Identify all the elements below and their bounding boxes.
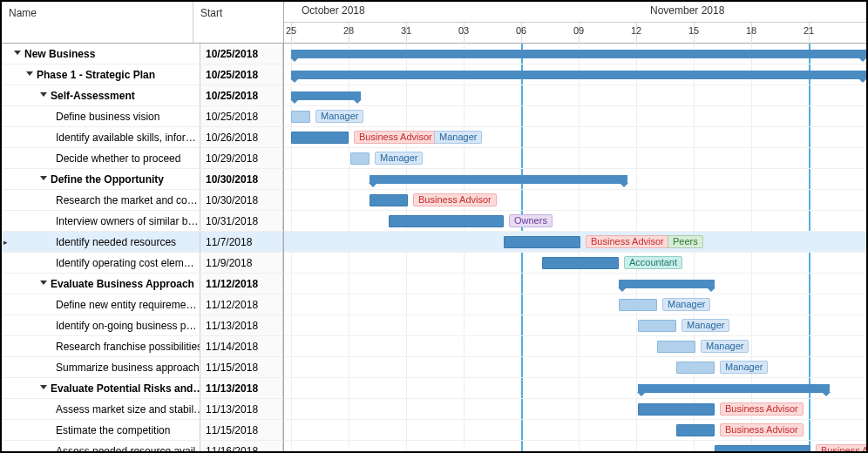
task-start-cell[interactable]: 11/13/2018 xyxy=(200,399,283,419)
gantt-row[interactable]: Business Advisor xyxy=(284,399,866,420)
gantt-row[interactable]: Business AdvisorManager xyxy=(284,127,866,148)
task-start-cell[interactable]: 10/25/2018 xyxy=(200,44,283,64)
task-start-cell[interactable]: 11/7/2018 xyxy=(200,232,283,252)
task-name-cell[interactable]: Define business vision xyxy=(9,106,200,126)
gantt-row[interactable] xyxy=(284,44,866,64)
task-start-cell[interactable]: 11/14/2018 xyxy=(200,336,283,356)
task-start-cell[interactable]: 11/16/2018 xyxy=(200,441,283,451)
task-name-cell[interactable]: Interview owners of similar b… xyxy=(9,211,200,231)
gantt-row[interactable]: Owners xyxy=(284,211,866,232)
task-bar[interactable] xyxy=(676,362,715,374)
gantt-row[interactable] xyxy=(284,169,866,190)
task-bar[interactable] xyxy=(638,320,676,332)
task-name-cell[interactable]: Self-Assessment xyxy=(9,85,200,105)
task-bar[interactable] xyxy=(291,132,349,144)
task-name-cell[interactable]: Summarize business approach xyxy=(9,357,200,377)
task-bar[interactable] xyxy=(504,236,580,248)
task-bar[interactable] xyxy=(715,445,810,451)
table-row[interactable]: Estimate the competition11/15/2018 xyxy=(2,420,283,441)
gantt-chart[interactable]: ManagerBusiness AdvisorManagerManagerBus… xyxy=(284,44,866,451)
task-start-cell[interactable]: 10/25/2018 xyxy=(200,85,283,105)
task-start-cell[interactable]: 10/29/2018 xyxy=(200,148,283,168)
task-start-cell[interactable]: 11/15/2018 xyxy=(200,420,283,440)
task-bar[interactable] xyxy=(291,111,310,123)
task-bar[interactable] xyxy=(350,152,370,165)
gantt-row[interactable]: Manager xyxy=(284,148,866,169)
table-row[interactable]: Decide whether to proceed10/29/2018 xyxy=(2,148,283,169)
task-bar[interactable] xyxy=(389,215,504,227)
table-row[interactable]: Identify on-going business p…11/13/2018 xyxy=(2,315,283,336)
table-row[interactable]: Research the market and co…10/30/2018 xyxy=(2,190,283,211)
table-row[interactable]: Interview owners of similar b…10/31/2018 xyxy=(2,211,283,232)
column-header-start[interactable]: Start xyxy=(193,2,283,43)
task-bar[interactable] xyxy=(676,424,715,436)
table-row[interactable]: Define the Opportunity10/30/2018 xyxy=(2,169,283,190)
task-name-cell[interactable]: Research franchise possibilities xyxy=(9,336,200,356)
task-start-cell[interactable]: 10/31/2018 xyxy=(200,211,283,231)
gantt-row[interactable]: Manager xyxy=(284,106,866,127)
table-row[interactable]: ▸Identify needed resources11/7/2018 xyxy=(2,232,283,253)
table-row[interactable]: Identify operating cost elem…11/9/2018 xyxy=(2,253,283,274)
task-bar[interactable] xyxy=(638,403,715,416)
task-name-cell[interactable]: Define the Opportunity xyxy=(9,169,200,189)
expand-icon[interactable] xyxy=(26,71,33,76)
gantt-row[interactable]: Business Adviso xyxy=(284,441,866,451)
table-row[interactable]: Research franchise possibilities11/14/20… xyxy=(2,336,283,357)
summary-bar[interactable] xyxy=(619,280,715,288)
gantt-row[interactable] xyxy=(284,378,866,399)
task-bar[interactable] xyxy=(619,299,657,311)
task-name-cell[interactable]: Decide whether to proceed xyxy=(9,148,200,168)
task-bar[interactable] xyxy=(657,341,695,353)
task-name-cell[interactable]: Assess needed resource avail… xyxy=(9,441,200,451)
table-row[interactable]: Phase 1 - Strategic Plan10/25/2018 xyxy=(2,64,283,85)
expand-icon[interactable] xyxy=(40,176,47,180)
summary-bar[interactable] xyxy=(291,91,361,100)
task-start-cell[interactable]: 10/30/2018 xyxy=(200,190,283,210)
task-start-cell[interactable]: 11/12/2018 xyxy=(200,294,283,314)
task-start-cell[interactable]: 11/15/2018 xyxy=(200,357,283,377)
task-name-cell[interactable]: Evaluate Potential Risks and… xyxy=(9,378,200,398)
task-name-cell[interactable]: Identify on-going business p… xyxy=(9,315,200,335)
task-bar[interactable] xyxy=(370,194,408,206)
task-name-cell[interactable]: Estimate the competition xyxy=(9,420,200,440)
table-row[interactable]: New Business10/25/2018 xyxy=(2,44,283,64)
task-start-cell[interactable]: 11/13/2018 xyxy=(200,378,283,398)
expand-icon[interactable] xyxy=(40,281,47,285)
task-name-cell[interactable]: Evaluate Business Approach xyxy=(9,274,200,294)
task-name-cell[interactable]: New Business xyxy=(9,44,200,64)
task-name-cell[interactable]: Identify needed resources xyxy=(9,232,200,252)
gantt-row[interactable]: Manager xyxy=(284,294,866,315)
table-row[interactable]: Assess market size and stabil…11/13/2018 xyxy=(2,399,283,420)
column-header-name[interactable]: Name xyxy=(2,2,193,43)
summary-bar[interactable] xyxy=(291,50,866,58)
gantt-row[interactable] xyxy=(284,274,866,294)
task-start-cell[interactable]: 10/25/2018 xyxy=(200,64,283,85)
task-bar[interactable] xyxy=(542,257,619,269)
gantt-row[interactable]: Manager xyxy=(284,315,866,336)
gantt-row[interactable]: Manager xyxy=(284,336,866,357)
task-name-cell[interactable]: Assess market size and stabil… xyxy=(9,399,200,419)
summary-bar[interactable] xyxy=(638,384,830,393)
table-row[interactable]: Identify available skills, infor…10/26/2… xyxy=(2,127,283,148)
table-row[interactable]: Evaluate Potential Risks and…11/13/2018 xyxy=(2,378,283,399)
expand-icon[interactable] xyxy=(40,385,47,389)
table-row[interactable]: Self-Assessment10/25/2018 xyxy=(2,85,283,106)
summary-bar[interactable] xyxy=(370,175,627,184)
gantt-row[interactable] xyxy=(284,85,866,106)
task-name-cell[interactable]: Identify operating cost elem… xyxy=(9,253,200,273)
gantt-row[interactable] xyxy=(284,64,866,85)
task-start-cell[interactable]: 10/26/2018 xyxy=(200,127,283,147)
table-row[interactable]: Summarize business approach11/15/2018 xyxy=(2,357,283,378)
expand-icon[interactable] xyxy=(40,92,47,97)
task-start-cell[interactable]: 11/12/2018 xyxy=(200,274,283,294)
table-row[interactable]: Define new entity requireme…11/12/2018 xyxy=(2,294,283,315)
summary-bar[interactable] xyxy=(291,71,866,79)
gantt-row[interactable]: Business AdvisorPeers xyxy=(284,232,866,253)
task-name-cell[interactable]: Define new entity requireme… xyxy=(9,294,200,314)
task-start-cell[interactable]: 10/25/2018 xyxy=(200,106,283,126)
table-row[interactable]: Define business vision10/25/2018 xyxy=(2,106,283,127)
task-name-cell[interactable]: Identify available skills, infor… xyxy=(9,127,200,147)
gantt-row[interactable]: Accountant xyxy=(284,253,866,274)
table-row[interactable]: Assess needed resource avail…11/16/2018 xyxy=(2,441,283,451)
table-row[interactable]: Evaluate Business Approach11/12/2018 xyxy=(2,274,283,294)
